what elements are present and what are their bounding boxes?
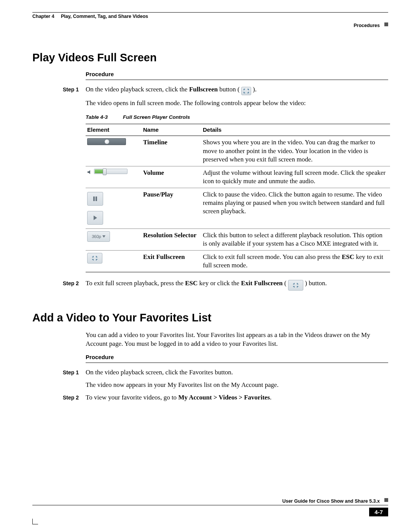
col-name: Name bbox=[142, 124, 201, 136]
step1-body: On the video playback screen, click the … bbox=[86, 85, 390, 272]
volume-icon bbox=[87, 169, 127, 174]
resolution-selector-icon: 360p bbox=[87, 231, 110, 242]
svg-marker-4 bbox=[102, 235, 105, 238]
fav-step2-label: Step 2 bbox=[63, 393, 86, 402]
svg-marker-3 bbox=[94, 216, 97, 220]
table-row: Volume Adjust the volume without leaving… bbox=[86, 166, 390, 188]
svg-marker-0 bbox=[88, 170, 90, 174]
header-marker-icon bbox=[384, 22, 388, 26]
section-label: Procedures bbox=[354, 23, 380, 28]
table-row: 360p Resolution Selector Click this butt… bbox=[86, 228, 390, 250]
section-heading-fullscreen: Play Videos Full Screen bbox=[32, 51, 388, 64]
step2-body: To exit full screen playback, press the … bbox=[86, 279, 388, 291]
col-element: Element bbox=[86, 124, 142, 136]
play-icon bbox=[87, 211, 103, 225]
section-heading-favorites: Add a Video to Your Favorites List bbox=[32, 312, 388, 324]
page-number: 4-7 bbox=[369, 508, 388, 516]
timeline-icon bbox=[87, 138, 126, 145]
fav-step1-label: Step 1 bbox=[63, 368, 86, 390]
procedure-label: Procedure bbox=[86, 354, 388, 360]
table-row: Exit Fullscreen Click to exit full scree… bbox=[86, 251, 390, 272]
col-details: Details bbox=[201, 124, 390, 136]
fullscreen-controls-table: Element Name Details Timeline bbox=[86, 124, 390, 272]
table-caption: Table 4-3Full Screen Player Controls bbox=[86, 114, 390, 121]
fav-step1-body: On the video playback screen, click the … bbox=[86, 368, 388, 390]
table-row: Timeline Shows you where you are in the … bbox=[86, 136, 390, 166]
svg-rect-1 bbox=[93, 197, 95, 201]
exit-fullscreen-icon bbox=[87, 253, 102, 264]
chapter-title: Play, Comment, Tag, and Share Videos bbox=[61, 14, 148, 19]
guide-title: User Guide for Cisco Show and Share 5.3.… bbox=[282, 498, 380, 504]
crop-mark-icon bbox=[32, 519, 38, 524]
table-row: Pause/Play Click to pause the video. Cli… bbox=[86, 188, 390, 228]
step1-label: Step 1 bbox=[63, 85, 86, 272]
svg-rect-2 bbox=[96, 197, 97, 201]
chapter-ref: Chapter 4 bbox=[32, 14, 54, 19]
fullscreen-icon bbox=[241, 87, 251, 95]
fav-step2-body: To view your favorite videos, go to My A… bbox=[86, 393, 388, 402]
page-header: Chapter 4 Play, Comment, Tag, and Share … bbox=[32, 12, 388, 30]
footer-marker-icon bbox=[384, 498, 388, 502]
page-footer: User Guide for Cisco Show and Share 5.3.… bbox=[32, 505, 388, 517]
step2-label: Step 2 bbox=[63, 279, 86, 291]
favorites-intro: You can add a video to your Favorites li… bbox=[86, 331, 388, 348]
exit-fullscreen-icon bbox=[288, 280, 303, 291]
pause-icon bbox=[87, 192, 103, 206]
procedure-label: Procedure bbox=[86, 71, 388, 77]
